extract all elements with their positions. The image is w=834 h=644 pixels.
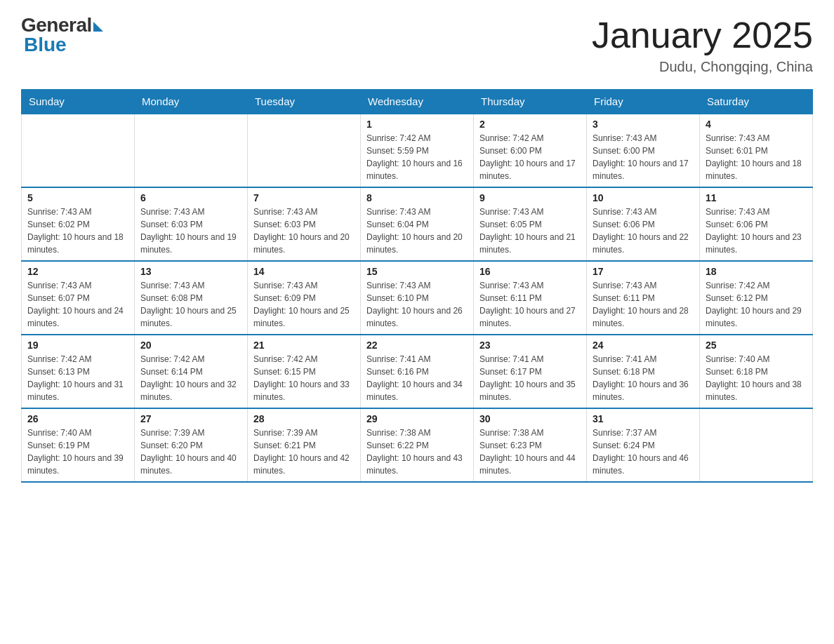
day-info: Sunrise: 7:42 AMSunset: 6:00 PMDaylight:… — [479, 133, 576, 181]
calendar-cell: 13 Sunrise: 7:43 AMSunset: 6:08 PMDaylig… — [135, 261, 248, 335]
day-info: Sunrise: 7:42 AMSunset: 6:15 PMDaylight:… — [253, 354, 350, 402]
day-number: 18 — [706, 266, 807, 277]
calendar-cell: 3 Sunrise: 7:43 AMSunset: 6:00 PMDayligh… — [587, 114, 700, 187]
day-number: 7 — [253, 192, 355, 203]
calendar-cell: 30 Sunrise: 7:38 AMSunset: 6:23 PMDaylig… — [474, 408, 587, 482]
calendar-cell: 2 Sunrise: 7:42 AMSunset: 6:00 PMDayligh… — [474, 114, 587, 187]
day-number: 29 — [366, 413, 468, 424]
day-number: 8 — [366, 192, 468, 203]
day-number: 31 — [593, 413, 694, 424]
day-info: Sunrise: 7:43 AMSunset: 6:06 PMDaylight:… — [593, 207, 689, 255]
day-info: Sunrise: 7:43 AMSunset: 6:04 PMDaylight:… — [366, 207, 463, 255]
day-number: 30 — [479, 413, 581, 424]
logo: General Blue — [21, 14, 103, 56]
day-info: Sunrise: 7:43 AMSunset: 6:06 PMDaylight:… — [706, 207, 802, 255]
calendar-header-saturday: Saturday — [700, 90, 813, 114]
calendar-header-wednesday: Wednesday — [361, 90, 474, 114]
day-number: 6 — [140, 192, 241, 203]
calendar-cell: 22 Sunrise: 7:41 AMSunset: 6:16 PMDaylig… — [361, 335, 474, 408]
calendar-cell: 7 Sunrise: 7:43 AMSunset: 6:03 PMDayligh… — [248, 187, 361, 261]
day-info: Sunrise: 7:43 AMSunset: 6:09 PMDaylight:… — [253, 281, 350, 328]
day-info: Sunrise: 7:43 AMSunset: 6:03 PMDaylight:… — [140, 207, 237, 255]
day-info: Sunrise: 7:42 AMSunset: 6:12 PMDaylight:… — [706, 281, 802, 328]
day-info: Sunrise: 7:41 AMSunset: 6:18 PMDaylight:… — [593, 354, 689, 402]
calendar-cell: 15 Sunrise: 7:43 AMSunset: 6:10 PMDaylig… — [361, 261, 474, 335]
calendar-header-friday: Friday — [587, 90, 700, 114]
day-number: 13 — [140, 266, 241, 277]
calendar-cell: 16 Sunrise: 7:43 AMSunset: 6:11 PMDaylig… — [474, 261, 587, 335]
day-number: 11 — [706, 192, 807, 203]
calendar-cell: 24 Sunrise: 7:41 AMSunset: 6:18 PMDaylig… — [587, 335, 700, 408]
day-info: Sunrise: 7:43 AMSunset: 6:05 PMDaylight:… — [479, 207, 576, 255]
day-number: 25 — [706, 340, 807, 351]
day-info: Sunrise: 7:43 AMSunset: 6:08 PMDaylight:… — [140, 281, 237, 328]
calendar-cell: 21 Sunrise: 7:42 AMSunset: 6:15 PMDaylig… — [248, 335, 361, 408]
calendar-cell: 27 Sunrise: 7:39 AMSunset: 6:20 PMDaylig… — [135, 408, 248, 482]
day-info: Sunrise: 7:43 AMSunset: 6:00 PMDaylight:… — [593, 133, 689, 181]
calendar-week-1: 1 Sunrise: 7:42 AMSunset: 5:59 PMDayligh… — [22, 114, 813, 187]
calendar-cell: 18 Sunrise: 7:42 AMSunset: 6:12 PMDaylig… — [700, 261, 813, 335]
day-number: 3 — [593, 119, 694, 130]
day-info: Sunrise: 7:37 AMSunset: 6:24 PMDaylight:… — [593, 428, 689, 476]
day-number: 15 — [366, 266, 468, 277]
calendar-cell: 4 Sunrise: 7:43 AMSunset: 6:01 PMDayligh… — [700, 114, 813, 187]
location: Dudu, Chongqing, China — [592, 59, 813, 75]
calendar-cell: 6 Sunrise: 7:43 AMSunset: 6:03 PMDayligh… — [135, 187, 248, 261]
calendar-cell: 12 Sunrise: 7:43 AMSunset: 6:07 PMDaylig… — [22, 261, 135, 335]
day-number: 12 — [27, 266, 128, 277]
month-title: January 2025 — [592, 14, 813, 56]
calendar-cell — [22, 114, 135, 187]
calendar-week-4: 19 Sunrise: 7:42 AMSunset: 6:13 PMDaylig… — [22, 335, 813, 408]
day-info: Sunrise: 7:39 AMSunset: 6:20 PMDaylight:… — [140, 428, 237, 476]
calendar-cell: 25 Sunrise: 7:40 AMSunset: 6:18 PMDaylig… — [700, 335, 813, 408]
day-info: Sunrise: 7:43 AMSunset: 6:11 PMDaylight:… — [479, 281, 576, 328]
day-number: 5 — [27, 192, 128, 203]
day-info: Sunrise: 7:43 AMSunset: 6:07 PMDaylight:… — [27, 281, 124, 328]
day-info: Sunrise: 7:43 AMSunset: 6:10 PMDaylight:… — [366, 281, 463, 328]
calendar-cell: 11 Sunrise: 7:43 AMSunset: 6:06 PMDaylig… — [700, 187, 813, 261]
calendar-cell: 20 Sunrise: 7:42 AMSunset: 6:14 PMDaylig… — [135, 335, 248, 408]
calendar-cell — [248, 114, 361, 187]
calendar-cell: 31 Sunrise: 7:37 AMSunset: 6:24 PMDaylig… — [587, 408, 700, 482]
calendar-cell: 1 Sunrise: 7:42 AMSunset: 5:59 PMDayligh… — [361, 114, 474, 187]
day-info: Sunrise: 7:41 AMSunset: 6:16 PMDaylight:… — [366, 354, 463, 402]
day-number: 27 — [140, 413, 241, 424]
day-info: Sunrise: 7:41 AMSunset: 6:17 PMDaylight:… — [479, 354, 576, 402]
calendar-cell: 14 Sunrise: 7:43 AMSunset: 6:09 PMDaylig… — [248, 261, 361, 335]
calendar-cell: 29 Sunrise: 7:38 AMSunset: 6:22 PMDaylig… — [361, 408, 474, 482]
day-number: 26 — [27, 413, 128, 424]
day-number: 21 — [253, 340, 355, 351]
calendar-cell: 9 Sunrise: 7:43 AMSunset: 6:05 PMDayligh… — [474, 187, 587, 261]
calendar-cell: 8 Sunrise: 7:43 AMSunset: 6:04 PMDayligh… — [361, 187, 474, 261]
day-number: 23 — [479, 340, 581, 351]
day-info: Sunrise: 7:39 AMSunset: 6:21 PMDaylight:… — [253, 428, 350, 476]
calendar-cell: 5 Sunrise: 7:43 AMSunset: 6:02 PMDayligh… — [22, 187, 135, 261]
calendar-cell: 28 Sunrise: 7:39 AMSunset: 6:21 PMDaylig… — [248, 408, 361, 482]
day-number: 22 — [366, 340, 468, 351]
day-number: 10 — [593, 192, 694, 203]
day-number: 1 — [366, 119, 468, 130]
day-number: 20 — [140, 340, 241, 351]
day-info: Sunrise: 7:40 AMSunset: 6:19 PMDaylight:… — [27, 428, 124, 476]
day-info: Sunrise: 7:43 AMSunset: 6:11 PMDaylight:… — [593, 281, 689, 328]
page-header: General Blue January 2025 Dudu, Chongqin… — [21, 14, 813, 75]
day-number: 24 — [593, 340, 694, 351]
calendar-cell: 17 Sunrise: 7:43 AMSunset: 6:11 PMDaylig… — [587, 261, 700, 335]
calendar-header-monday: Monday — [135, 90, 248, 114]
day-info: Sunrise: 7:43 AMSunset: 6:03 PMDaylight:… — [253, 207, 350, 255]
calendar-week-5: 26 Sunrise: 7:40 AMSunset: 6:19 PMDaylig… — [22, 408, 813, 482]
calendar-cell: 19 Sunrise: 7:42 AMSunset: 6:13 PMDaylig… — [22, 335, 135, 408]
day-info: Sunrise: 7:40 AMSunset: 6:18 PMDaylight:… — [706, 354, 802, 402]
day-number: 28 — [253, 413, 355, 424]
calendar-cell — [700, 408, 813, 482]
day-number: 2 — [479, 119, 581, 130]
day-info: Sunrise: 7:38 AMSunset: 6:22 PMDaylight:… — [366, 428, 463, 476]
calendar-cell — [135, 114, 248, 187]
calendar-week-2: 5 Sunrise: 7:43 AMSunset: 6:02 PMDayligh… — [22, 187, 813, 261]
logo-blue-text: Blue — [21, 34, 67, 56]
day-number: 9 — [479, 192, 581, 203]
day-number: 17 — [593, 266, 694, 277]
calendar-header-tuesday: Tuesday — [248, 90, 361, 114]
calendar-cell: 10 Sunrise: 7:43 AMSunset: 6:06 PMDaylig… — [587, 187, 700, 261]
calendar-cell: 26 Sunrise: 7:40 AMSunset: 6:19 PMDaylig… — [22, 408, 135, 482]
